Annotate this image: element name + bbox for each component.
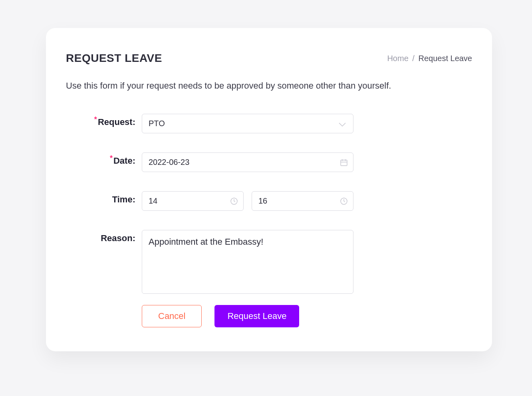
page-title: REQUEST LEAVE bbox=[66, 52, 162, 65]
breadcrumb-current: Request Leave bbox=[418, 54, 472, 63]
header-row: REQUEST LEAVE Home / Request Leave bbox=[66, 52, 472, 65]
label-request-text: Request: bbox=[98, 117, 135, 127]
label-request: *Request: bbox=[66, 114, 142, 127]
time-start-input[interactable] bbox=[142, 191, 244, 211]
label-time: Time: bbox=[66, 191, 142, 205]
label-reason: Reason: bbox=[66, 230, 142, 244]
date-input[interactable] bbox=[142, 152, 353, 172]
cancel-button[interactable]: Cancel bbox=[142, 305, 202, 327]
time-end-input[interactable] bbox=[252, 191, 353, 211]
breadcrumb-home[interactable]: Home bbox=[387, 54, 408, 63]
form-description: Use this form if your request needs to b… bbox=[66, 79, 472, 92]
request-select[interactable] bbox=[142, 114, 353, 133]
label-time-text: Time: bbox=[112, 194, 135, 204]
required-mark: * bbox=[94, 115, 97, 123]
required-mark: * bbox=[110, 154, 113, 162]
breadcrumb-separator: / bbox=[412, 54, 415, 63]
form-row-time: Time: bbox=[66, 191, 472, 211]
date-input-wrap bbox=[142, 152, 353, 172]
form-row-reason: Reason: Appointment at the Embassy! bbox=[66, 230, 472, 295]
reason-textarea[interactable]: Appointment at the Embassy! bbox=[142, 230, 353, 294]
page-container: REQUEST LEAVE Home / Request Leave Use t… bbox=[0, 28, 532, 396]
form-row-date: *Date: bbox=[66, 152, 472, 172]
submit-button[interactable]: Request Leave bbox=[214, 305, 299, 327]
label-date-text: Date: bbox=[113, 156, 135, 166]
form-row-request: *Request: bbox=[66, 114, 472, 133]
button-row: Cancel Request Leave bbox=[142, 305, 472, 327]
time-group bbox=[142, 191, 353, 211]
label-reason-text: Reason: bbox=[101, 233, 135, 243]
label-date: *Date: bbox=[66, 152, 142, 166]
request-select-wrap bbox=[142, 114, 353, 133]
form-card: REQUEST LEAVE Home / Request Leave Use t… bbox=[46, 28, 492, 351]
breadcrumb: Home / Request Leave bbox=[387, 54, 472, 63]
